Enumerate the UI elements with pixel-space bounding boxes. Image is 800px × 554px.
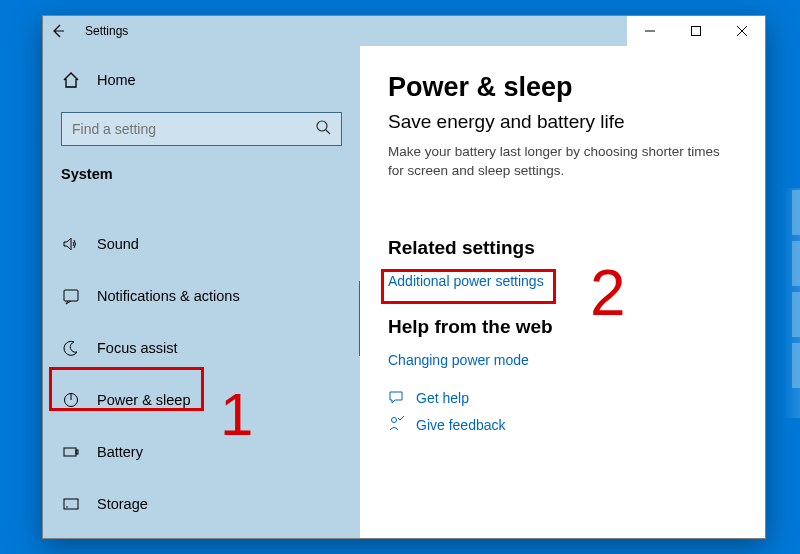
svg-rect-9: [64, 448, 76, 456]
chat-icon: [388, 389, 404, 408]
svg-point-12: [66, 506, 68, 508]
search-input[interactable]: [72, 121, 315, 137]
sidebar-item-power-sleep[interactable]: Power & sleep: [43, 380, 360, 420]
page-title: Power & sleep: [388, 72, 737, 103]
home-label: Home: [97, 72, 136, 88]
back-button[interactable]: [43, 16, 73, 46]
moon-icon: [61, 338, 81, 358]
sidebar-item-notifications[interactable]: Notifications & actions: [43, 276, 360, 316]
sidebar-item-label: Power & sleep: [97, 392, 191, 408]
section-label: System: [43, 162, 360, 194]
settings-window: Settings Home: [42, 15, 766, 539]
home-icon: [61, 70, 81, 90]
additional-power-settings-link[interactable]: Additional power settings: [388, 273, 544, 289]
related-settings-heading: Related settings: [388, 237, 737, 259]
sidebar-item-label: Battery: [97, 444, 143, 460]
maximize-button[interactable]: [673, 16, 719, 46]
storage-icon: [61, 494, 81, 514]
svg-line-5: [326, 130, 330, 134]
arrow-left-icon: [50, 23, 66, 39]
svg-point-4: [317, 121, 327, 131]
notifications-icon: [61, 286, 81, 306]
sidebar-item-sound[interactable]: Sound: [43, 224, 360, 264]
sidebar-item-label: Sound: [97, 236, 139, 252]
feedback-icon: [388, 416, 404, 435]
sidebar-item-battery[interactable]: Battery: [43, 432, 360, 472]
help-heading: Help from the web: [388, 316, 737, 338]
search-box[interactable]: [61, 112, 342, 146]
close-button[interactable]: [719, 16, 765, 46]
maximize-icon: [691, 26, 701, 36]
svg-rect-6: [64, 290, 78, 301]
sidebar-item-focus-assist[interactable]: Focus assist: [43, 328, 360, 368]
give-feedback-row[interactable]: Give feedback: [388, 416, 737, 435]
minimize-icon: [645, 26, 655, 36]
give-feedback-link[interactable]: Give feedback: [416, 417, 506, 433]
sidebar-item-label: Notifications & actions: [97, 288, 240, 304]
sidebar-item-storage[interactable]: Storage: [43, 484, 360, 524]
get-help-link[interactable]: Get help: [416, 390, 469, 406]
main-pane: Power & sleep Save energy and battery li…: [360, 46, 765, 538]
svg-rect-10: [76, 450, 78, 454]
page-body: Make your battery last longer by choosin…: [388, 143, 728, 181]
sidebar: Home System Sound: [43, 46, 360, 538]
svg-point-13: [392, 417, 397, 422]
window-title: Settings: [85, 24, 128, 38]
minimize-button[interactable]: [627, 16, 673, 46]
search-icon: [315, 119, 331, 139]
power-icon: [61, 390, 81, 410]
titlebar: Settings: [43, 16, 765, 46]
battery-icon: [61, 442, 81, 462]
sound-icon: [61, 234, 81, 254]
desktop-tiles: [792, 190, 800, 394]
sidebar-item-label: Focus assist: [97, 340, 178, 356]
home-button[interactable]: Home: [43, 62, 360, 98]
get-help-row[interactable]: Get help: [388, 389, 737, 408]
svg-rect-11: [64, 499, 78, 509]
page-subhead: Save energy and battery life: [388, 111, 737, 133]
changing-power-mode-link[interactable]: Changing power mode: [388, 352, 529, 368]
svg-rect-1: [692, 27, 701, 36]
sidebar-item-label: Storage: [97, 496, 148, 512]
close-icon: [737, 26, 747, 36]
